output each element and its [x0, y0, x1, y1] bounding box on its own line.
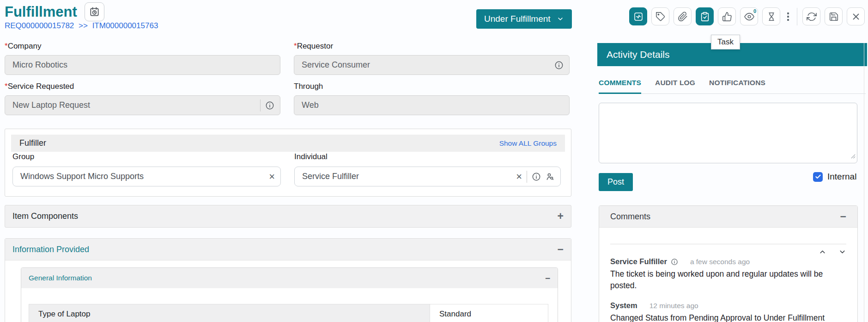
requestor-input: Service Consumer — [294, 55, 570, 75]
scroll-up-button[interactable] — [819, 248, 826, 256]
fulfiller-header[interactable]: Fulfiller Show ALL Groups — [11, 135, 565, 152]
thumbs-up-icon — [722, 12, 732, 22]
hourglass-icon — [766, 12, 777, 22]
item-components-header[interactable]: Item Components + — [5, 205, 571, 228]
kebab-icon — [787, 12, 789, 14]
group-input[interactable]: Windows Support Micro Supports × — [12, 167, 281, 186]
toolbar-divider — [797, 8, 797, 25]
panel-right-border — [864, 43, 864, 322]
page-header: Fulfillment — [5, 2, 104, 21]
activity-button[interactable] — [629, 7, 647, 25]
general-information-section: General Information − Type of Laptop Sta… — [21, 267, 558, 322]
individual-clear-icon[interactable]: × — [516, 172, 522, 182]
close-button[interactable] — [847, 7, 865, 25]
comment-item: System 12 minutes ago Changed Status fro… — [610, 301, 846, 322]
internal-label: Internal — [827, 172, 856, 182]
internal-checkbox-group[interactable]: Internal — [813, 172, 856, 182]
status-label: Under Fulfillment — [484, 14, 551, 24]
tab-notifications[interactable]: NOTIFICATIONS — [709, 79, 765, 94]
comment-input[interactable] — [599, 103, 857, 163]
check-icon — [815, 173, 821, 180]
refresh-icon — [807, 12, 817, 22]
chevron-up-icon — [819, 248, 826, 256]
comment-timestamp: 12 minutes ago — [649, 302, 698, 310]
person-search-icon[interactable] — [546, 172, 555, 181]
tag-button[interactable] — [651, 7, 669, 25]
comment-text: The ticket is being worked upon and regu… — [610, 268, 846, 291]
info-icon[interactable] — [671, 258, 678, 266]
service-requested-label: *Service Requested — [5, 82, 280, 91]
group-clear-icon[interactable]: × — [269, 172, 275, 182]
individual-label: Individual — [294, 152, 561, 161]
scroll-down-button[interactable] — [838, 248, 846, 256]
general-information-header[interactable]: General Information − — [21, 268, 558, 288]
breadcrumb: REQ000000015782 >> ITM000000015763 — [5, 21, 158, 31]
tab-comments[interactable]: COMMENTS — [599, 79, 641, 94]
attachment-button[interactable] — [674, 7, 692, 25]
comment-header: Service Fulfiller a few seconds ago — [610, 257, 846, 266]
comment-item: Service Fulfiller a few seconds ago The … — [610, 257, 846, 291]
task-button[interactable] — [696, 7, 714, 25]
comment-header: System 12 minutes ago — [610, 301, 846, 310]
more-options-button[interactable] — [784, 7, 792, 25]
watcher-count-badge: 0 — [753, 8, 756, 14]
fulfiller-title: Fulfiller — [19, 138, 46, 148]
comments-panel-header[interactable]: Comments − — [599, 206, 857, 228]
requestor-field: *Requestor Service Consumer — [294, 42, 570, 75]
comments-panel-title: Comments — [610, 212, 650, 222]
info-table-row: Type of Laptop Standard — [29, 304, 548, 322]
individual-info-icon[interactable] — [532, 172, 541, 181]
individual-input[interactable]: Service Fulfiller × — [294, 167, 561, 186]
item-components-title: Item Components — [12, 211, 78, 221]
info-row-value: Standard — [430, 304, 548, 322]
show-all-groups-link[interactable]: Show ALL Groups — [499, 139, 557, 148]
fulfillment-page: Fulfillment REQ000000015782 >> ITM000000… — [0, 0, 868, 322]
collapse-icon[interactable]: − — [545, 274, 550, 283]
activity-tabs: COMMENTS AUDIT LOG NOTIFICATIONS — [599, 79, 866, 94]
service-requested-input: New Laptop Request — [5, 95, 280, 115]
comment-input-wrap — [599, 103, 857, 163]
breadcrumb-item-link[interactable]: ITM000000015763 — [92, 21, 158, 30]
requestor-info-icon[interactable] — [554, 61, 564, 70]
tag-icon — [656, 12, 666, 22]
save-button[interactable] — [825, 7, 843, 25]
info-row-label: Type of Laptop — [29, 304, 430, 322]
input-divider — [260, 99, 261, 111]
comments-panel: Comments − Service Fulfiller — [599, 205, 858, 322]
service-info-icon[interactable] — [265, 101, 274, 110]
comment-author: Service Fulfiller — [610, 257, 667, 266]
status-dropdown-button[interactable]: Under Fulfillment — [476, 9, 572, 29]
page-title: Fulfillment — [5, 4, 77, 20]
requestor-label: *Requestor — [294, 42, 570, 51]
breadcrumb-request-link[interactable]: REQ000000015782 — [5, 21, 74, 30]
comment-author: System — [610, 301, 637, 310]
expand-icon[interactable]: + — [558, 211, 564, 222]
group-label: Group — [12, 152, 281, 161]
company-field: *Company Micro Robotics — [5, 42, 280, 75]
comment-timestamp: a few seconds ago — [690, 258, 750, 266]
chevron-down-icon — [557, 15, 564, 23]
collapse-icon[interactable]: − — [558, 244, 564, 255]
refresh-button[interactable] — [802, 7, 820, 25]
fulfiller-section: Fulfiller Show ALL Groups Group Windows … — [5, 129, 571, 197]
close-icon — [851, 12, 861, 22]
post-button[interactable]: Post — [599, 173, 633, 191]
sla-button[interactable] — [762, 7, 780, 25]
general-information-content: Type of Laptop Standard — [21, 288, 558, 322]
internal-checkbox[interactable] — [813, 172, 823, 182]
paperclip-icon — [678, 12, 688, 22]
information-provided-header[interactable]: Information Provided − — [5, 239, 571, 260]
approve-button[interactable] — [718, 7, 736, 25]
watcher-button[interactable]: 0 — [740, 7, 758, 25]
eye-icon — [744, 12, 754, 22]
service-requested-field: *Service Requested New Laptop Request — [5, 82, 280, 115]
task-clipboard-icon — [700, 12, 710, 22]
comments-nav — [610, 248, 846, 256]
save-icon — [829, 12, 839, 22]
calendar-clock-icon — [89, 6, 100, 17]
activity-icon — [633, 12, 643, 22]
tab-audit-log[interactable]: AUDIT LOG — [655, 79, 695, 94]
activity-details-title: Activity Details — [607, 49, 670, 60]
collapse-icon[interactable]: − — [840, 211, 846, 222]
schedule-button[interactable] — [85, 2, 104, 21]
